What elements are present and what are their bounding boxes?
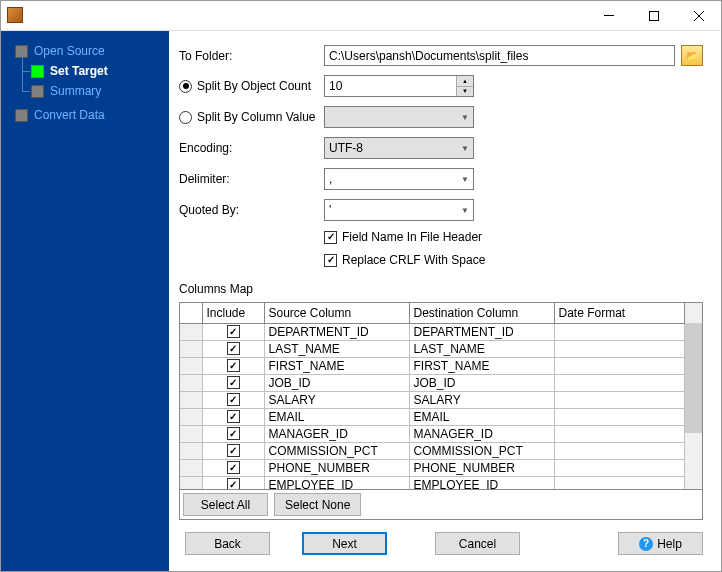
- include-cell[interactable]: [202, 357, 264, 374]
- dest-header[interactable]: Destination Column: [409, 303, 554, 323]
- date-cell[interactable]: [554, 340, 685, 357]
- row-handle[interactable]: [180, 442, 202, 459]
- dest-cell[interactable]: DEPARTMENT_ID: [409, 323, 554, 340]
- row-handle[interactable]: [180, 476, 202, 489]
- table-row[interactable]: FIRST_NAMEFIRST_NAME: [180, 357, 685, 374]
- row-handle[interactable]: [180, 374, 202, 391]
- include-header[interactable]: Include: [202, 303, 264, 323]
- split-by-column-radio[interactable]: Split By Column Value: [179, 110, 324, 124]
- checkbox-icon: [324, 254, 337, 267]
- table-row[interactable]: SALARYSALARY: [180, 391, 685, 408]
- table-row[interactable]: DEPARTMENT_IDDEPARTMENT_ID: [180, 323, 685, 340]
- help-button[interactable]: ? Help: [618, 532, 703, 555]
- include-cell[interactable]: [202, 323, 264, 340]
- source-cell[interactable]: COMMISSION_PCT: [264, 442, 409, 459]
- source-cell[interactable]: MANAGER_ID: [264, 425, 409, 442]
- row-handle[interactable]: [180, 357, 202, 374]
- dest-cell[interactable]: COMMISSION_PCT: [409, 442, 554, 459]
- include-cell[interactable]: [202, 408, 264, 425]
- date-cell[interactable]: [554, 425, 685, 442]
- next-button[interactable]: Next: [302, 532, 387, 555]
- date-cell[interactable]: [554, 357, 685, 374]
- source-cell[interactable]: FIRST_NAME: [264, 357, 409, 374]
- sidebar-item-set-target[interactable]: Set Target: [31, 61, 161, 81]
- table-row[interactable]: EMAILEMAIL: [180, 408, 685, 425]
- sidebar-item-convert-data[interactable]: Convert Data: [15, 105, 161, 125]
- source-cell[interactable]: LAST_NAME: [264, 340, 409, 357]
- dest-cell[interactable]: SALARY: [409, 391, 554, 408]
- close-button[interactable]: [676, 1, 721, 30]
- step-icon: [31, 65, 44, 78]
- encoding-select[interactable]: UTF-8 ▼: [324, 137, 474, 159]
- include-cell[interactable]: [202, 340, 264, 357]
- date-cell[interactable]: [554, 374, 685, 391]
- sidebar-item-label: Convert Data: [34, 108, 105, 122]
- date-cell[interactable]: [554, 391, 685, 408]
- spin-up-button[interactable]: ▲: [456, 76, 473, 87]
- dest-cell[interactable]: FIRST_NAME: [409, 357, 554, 374]
- split-by-count-radio[interactable]: Split By Object Count: [179, 79, 324, 93]
- include-cell[interactable]: [202, 442, 264, 459]
- delimiter-select[interactable]: , ▼: [324, 168, 474, 190]
- table-scrollbar[interactable]: [685, 303, 702, 489]
- row-handle[interactable]: [180, 459, 202, 476]
- date-cell[interactable]: [554, 323, 685, 340]
- checkbox-icon: [227, 376, 240, 389]
- object-count-spinner[interactable]: ▲ ▼: [324, 75, 474, 97]
- source-cell[interactable]: DEPARTMENT_ID: [264, 323, 409, 340]
- spin-down-button[interactable]: ▼: [456, 87, 473, 97]
- source-cell[interactable]: EMAIL: [264, 408, 409, 425]
- row-handle[interactable]: [180, 391, 202, 408]
- date-header[interactable]: Date Format: [554, 303, 685, 323]
- row-handle[interactable]: [180, 425, 202, 442]
- replace-crlf-checkbox[interactable]: Replace CRLF With Space: [324, 253, 703, 267]
- dest-cell[interactable]: MANAGER_ID: [409, 425, 554, 442]
- to-folder-input[interactable]: [324, 45, 675, 66]
- table-row[interactable]: PHONE_NUMBERPHONE_NUMBER: [180, 459, 685, 476]
- table-row[interactable]: JOB_IDJOB_ID: [180, 374, 685, 391]
- table-row[interactable]: EMPLOYEE_IDEMPLOYEE_ID: [180, 476, 685, 489]
- row-handle[interactable]: [180, 408, 202, 425]
- checkbox-icon: [227, 427, 240, 440]
- dest-cell[interactable]: EMPLOYEE_ID: [409, 476, 554, 489]
- cancel-button[interactable]: Cancel: [435, 532, 520, 555]
- field-name-header-checkbox[interactable]: Field Name In File Header: [324, 230, 703, 244]
- source-cell[interactable]: EMPLOYEE_ID: [264, 476, 409, 489]
- table-row[interactable]: COMMISSION_PCTCOMMISSION_PCT: [180, 442, 685, 459]
- browse-folder-button[interactable]: 📂: [681, 45, 703, 66]
- include-cell[interactable]: [202, 425, 264, 442]
- select-none-button[interactable]: Select None: [274, 493, 361, 516]
- source-header[interactable]: Source Column: [264, 303, 409, 323]
- scroll-thumb[interactable]: [685, 323, 702, 433]
- quoted-by-select[interactable]: ' ▼: [324, 199, 474, 221]
- date-cell[interactable]: [554, 408, 685, 425]
- object-count-input[interactable]: [325, 79, 456, 93]
- dest-cell[interactable]: LAST_NAME: [409, 340, 554, 357]
- source-cell[interactable]: SALARY: [264, 391, 409, 408]
- quoted-by-label: Quoted By:: [179, 203, 324, 217]
- date-cell[interactable]: [554, 476, 685, 489]
- source-cell[interactable]: PHONE_NUMBER: [264, 459, 409, 476]
- include-cell[interactable]: [202, 459, 264, 476]
- select-all-button[interactable]: Select All: [183, 493, 268, 516]
- include-cell[interactable]: [202, 374, 264, 391]
- split-column-select[interactable]: ▼: [324, 106, 474, 128]
- svg-rect-1: [649, 11, 658, 20]
- table-row[interactable]: MANAGER_IDMANAGER_ID: [180, 425, 685, 442]
- date-cell[interactable]: [554, 459, 685, 476]
- dest-cell[interactable]: EMAIL: [409, 408, 554, 425]
- date-cell[interactable]: [554, 442, 685, 459]
- back-button[interactable]: Back: [185, 532, 270, 555]
- dest-cell[interactable]: JOB_ID: [409, 374, 554, 391]
- sidebar-item-open-source[interactable]: Open Source: [15, 41, 161, 61]
- table-row[interactable]: LAST_NAMELAST_NAME: [180, 340, 685, 357]
- maximize-button[interactable]: [631, 1, 676, 30]
- row-handle[interactable]: [180, 323, 202, 340]
- include-cell[interactable]: [202, 476, 264, 489]
- sidebar-item-summary[interactable]: Summary: [31, 81, 161, 101]
- source-cell[interactable]: JOB_ID: [264, 374, 409, 391]
- dest-cell[interactable]: PHONE_NUMBER: [409, 459, 554, 476]
- include-cell[interactable]: [202, 391, 264, 408]
- minimize-button[interactable]: [586, 1, 631, 30]
- row-handle[interactable]: [180, 340, 202, 357]
